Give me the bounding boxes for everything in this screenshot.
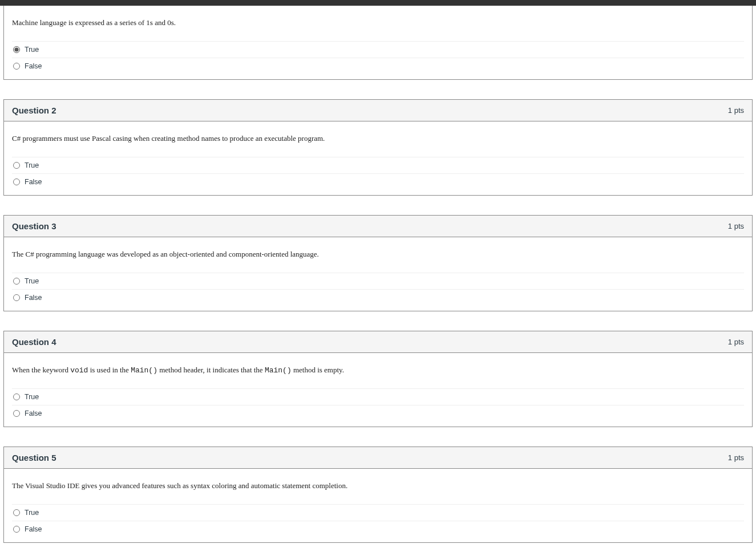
answer-option[interactable]: False bbox=[12, 173, 744, 187]
answer-label: False bbox=[25, 178, 42, 186]
answer-option[interactable]: False bbox=[12, 58, 744, 71]
question-title: Question 2 bbox=[12, 105, 56, 115]
question-card: Question 3 1 pts The C# programming lang… bbox=[3, 215, 753, 311]
answer-label: False bbox=[25, 409, 42, 417]
question-card: Question 5 1 pts The Visual Studio IDE g… bbox=[3, 447, 753, 543]
question-card: Question 2 1 pts C# programmers must use… bbox=[3, 99, 753, 196]
answer-label: True bbox=[25, 46, 39, 54]
question-prompt: C# programmers must use Pascal casing wh… bbox=[12, 134, 744, 143]
radio-false[interactable] bbox=[13, 63, 20, 70]
question-body: The Visual Studio IDE gives you advanced… bbox=[4, 469, 752, 542]
question-body: When the keyword void is used in the Mai… bbox=[4, 353, 752, 427]
radio-false[interactable] bbox=[13, 178, 20, 185]
answer-option[interactable]: True bbox=[12, 273, 744, 289]
question-header: Question 2 1 pts bbox=[4, 100, 752, 121]
radio-true[interactable] bbox=[13, 46, 20, 53]
question-header: Question 5 1 pts bbox=[4, 447, 752, 469]
radio-false[interactable] bbox=[13, 410, 20, 417]
question-body: C# programmers must use Pascal casing wh… bbox=[4, 121, 752, 195]
answer-label: True bbox=[25, 277, 39, 285]
question-card: Question 4 1 pts When the keyword void i… bbox=[3, 331, 753, 427]
answer-label: True bbox=[25, 509, 39, 517]
answer-label: True bbox=[25, 161, 39, 169]
answer-option[interactable]: True bbox=[12, 388, 744, 405]
question-title: Question 3 bbox=[12, 221, 56, 231]
question-points: 1 pts bbox=[728, 338, 744, 346]
question-card: Question 1 1 pts Machine language is exp… bbox=[3, 6, 753, 80]
radio-true[interactable] bbox=[13, 162, 20, 169]
answer-label: False bbox=[25, 62, 42, 70]
question-body: Machine language is expressed as a serie… bbox=[4, 6, 752, 79]
question-body: The C# programming language was develope… bbox=[4, 237, 752, 311]
answer-option[interactable]: True bbox=[12, 504, 744, 521]
radio-true[interactable] bbox=[13, 393, 20, 400]
answer-label: False bbox=[25, 294, 42, 302]
question-points: 1 pts bbox=[728, 222, 744, 230]
question-prompt: The C# programming language was develope… bbox=[12, 250, 744, 259]
quiz-container: Question 1 1 pts Machine language is exp… bbox=[0, 6, 756, 554]
radio-false[interactable] bbox=[13, 526, 20, 533]
radio-true[interactable] bbox=[13, 509, 20, 516]
question-header: Question 3 1 pts bbox=[4, 216, 752, 237]
answer-label: False bbox=[25, 525, 42, 533]
answer-option[interactable]: True bbox=[12, 157, 744, 173]
radio-true[interactable] bbox=[13, 278, 20, 285]
question-prompt: The Visual Studio IDE gives you advanced… bbox=[12, 481, 744, 490]
window-top-bar bbox=[0, 0, 756, 6]
question-title: Question 4 bbox=[12, 337, 56, 347]
question-prompt: When the keyword void is used in the Mai… bbox=[12, 366, 744, 375]
radio-false[interactable] bbox=[13, 294, 20, 301]
answer-option[interactable]: False bbox=[12, 521, 744, 534]
question-header: Question 4 1 pts bbox=[4, 331, 752, 353]
question-title: Question 5 bbox=[12, 453, 56, 462]
answer-option[interactable]: False bbox=[12, 289, 744, 303]
answer-option[interactable]: True bbox=[12, 41, 744, 58]
answer-option[interactable]: False bbox=[12, 405, 744, 419]
question-points: 1 pts bbox=[728, 453, 744, 462]
question-points: 1 pts bbox=[728, 106, 744, 115]
answer-label: True bbox=[25, 393, 39, 401]
question-prompt: Machine language is expressed as a serie… bbox=[12, 18, 744, 27]
